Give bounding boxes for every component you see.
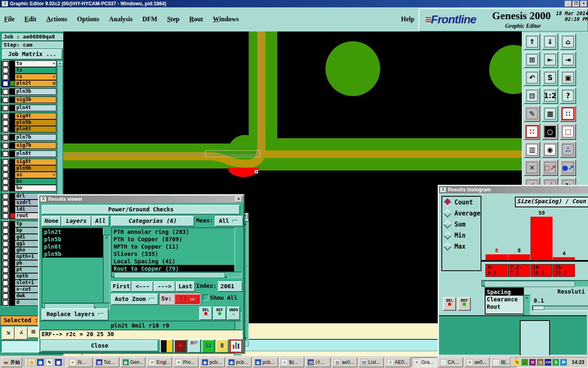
delete-result-button[interactable]: DEL xyxy=(199,307,212,320)
layer-row-pln7b[interactable]: pln7b xyxy=(1,134,56,141)
layer-row-sig7b[interactable]: sig7b xyxy=(1,142,56,149)
layer-checkbox[interactable] xyxy=(2,74,9,80)
viewer-layer-scrollbar[interactable]: ▲▼ xyxy=(103,235,110,311)
histogram-button[interactable] xyxy=(229,339,243,353)
histogram-titlebar[interactable]: X Results histogram xyxy=(439,186,588,193)
slider-thumb[interactable] xyxy=(533,306,544,310)
layer-checkbox[interactable] xyxy=(2,126,9,132)
browser-icon[interactable]: ◉ xyxy=(37,359,44,366)
viewer-category-item[interactable]: Slivers (335) xyxy=(112,250,234,258)
layer-checkbox[interactable] xyxy=(2,228,9,234)
layer-checkbox[interactable] xyxy=(2,89,9,95)
task-button[interactable]: ◉pcb... xyxy=(226,357,252,367)
results-viewer-titlebar[interactable]: X Results viewer × xyxy=(39,195,243,203)
layer-checkbox[interactable] xyxy=(2,151,9,157)
layer-checkbox[interactable] xyxy=(2,105,9,111)
layer-name[interactable]: pln3b xyxy=(15,88,56,95)
layer-checkbox[interactable] xyxy=(2,81,9,87)
close-button[interactable]: × xyxy=(580,1,587,7)
layer-name[interactable]: pln4t xyxy=(15,105,56,111)
layer-checkbox[interactable] xyxy=(2,247,9,254)
menu-help[interactable]: Help xyxy=(401,16,414,23)
task-button[interactable]: ✕Gra... xyxy=(412,357,437,367)
arrows-tray-icon[interactable]: ▲ xyxy=(521,359,528,366)
viewer-category-item[interactable]: PTH to Copper (8709) xyxy=(112,236,234,243)
layer-row-pln2t[interactable]: pln2t⊞ xyxy=(1,80,56,87)
nav-prev-button[interactable]: <--- xyxy=(131,281,154,292)
layer-name[interactable]: ss➤ xyxy=(15,172,56,178)
layer-name[interactable]: sig7b xyxy=(15,142,56,149)
select-object-button[interactable]: ○ xyxy=(542,123,558,140)
layer-checkbox[interactable] xyxy=(2,287,9,293)
layer-name[interactable]: cs➤ xyxy=(15,74,56,80)
viewer-category-item[interactable]: NPTH to Copper (11) xyxy=(112,243,234,250)
task-button[interactable]: ≡制... xyxy=(279,357,305,367)
stat-radio-sum[interactable]: Sum xyxy=(442,219,481,230)
task-button[interactable]: ✕Engi... xyxy=(147,357,172,367)
job-matrix-button[interactable]: Job Matrix ... xyxy=(2,49,62,60)
layer-checkbox[interactable] xyxy=(2,206,9,213)
task-button[interactable]: ▤List... xyxy=(359,357,384,367)
previous-view-button[interactable]: ↶ xyxy=(524,70,540,86)
layer-row-pln4t[interactable]: pln4t xyxy=(1,105,56,111)
layer-checkbox[interactable] xyxy=(2,185,9,191)
measure-type-rout[interactable]: Rout xyxy=(486,303,523,310)
layer-row-pln8t[interactable]: pln8t xyxy=(1,150,56,157)
layer-name[interactable]: sig4t xyxy=(15,113,56,119)
serpentine-route-button[interactable]: S xyxy=(542,70,558,86)
layer-row-pln3b[interactable]: pln3b xyxy=(1,88,56,95)
clear-reference-button[interactable]: REF✕ xyxy=(188,339,201,353)
layer-name[interactable]: pln6t xyxy=(15,126,56,132)
menu-windows[interactable]: Windows xyxy=(213,16,239,23)
task-button[interactable]: XAE0... xyxy=(385,357,410,367)
layer-row-sig3b[interactable]: sig3b xyxy=(1,96,56,103)
measure-distance-button[interactable]: ⇲ xyxy=(2,327,15,340)
numeric-display-button[interactable]: 12 xyxy=(202,339,215,353)
task-button[interactable]: ✕ae0... xyxy=(464,357,490,367)
clock-icon[interactable]: ◷ xyxy=(28,359,35,366)
layer-row-sig8t[interactable]: sig8t xyxy=(1,159,56,165)
viewer-category-item[interactable]: Local Spacing (41) xyxy=(112,258,234,265)
net-chain-button[interactable]: ∴ xyxy=(560,141,576,158)
layer-checkbox[interactable] xyxy=(2,221,9,227)
layer-name[interactable]: to➤ xyxy=(15,61,56,67)
menu-dfm[interactable]: DFM xyxy=(143,16,157,23)
viewer-category-item[interactable]: PTH annular ring (283) xyxy=(112,228,234,236)
grid-window-button[interactable]: ⊞ xyxy=(28,327,39,338)
resolution-slider[interactable] xyxy=(532,305,588,311)
reference-result-button[interactable]: REF xyxy=(213,307,226,320)
layer-row-pln9b[interactable]: pln9b xyxy=(1,165,56,172)
layer-name[interactable]: ts xyxy=(15,67,56,74)
task-button[interactable]: ◉pcb... xyxy=(200,357,225,367)
viewer-category-hscroll[interactable]: ◀▶ xyxy=(111,272,242,278)
index-input[interactable]: 2061 xyxy=(218,281,243,292)
measure-type-clearance[interactable]: Clearance xyxy=(486,296,523,303)
layer-checkbox[interactable] xyxy=(2,67,9,74)
layer-checkbox[interactable] xyxy=(2,213,9,219)
menu-step[interactable]: Step xyxy=(167,16,179,23)
layer-checkbox[interactable] xyxy=(2,241,9,247)
restore-button[interactable]: ❐ xyxy=(572,1,579,7)
sv-dropdown[interactable]: !! xyxy=(174,294,200,304)
layer-name[interactable]: bo xyxy=(15,185,56,191)
pen-tray-icon[interactable]: ✎ xyxy=(514,359,520,366)
menu-options[interactable]: Options xyxy=(77,16,99,23)
home-view-button[interactable]: ⌂ xyxy=(560,34,576,50)
highlight-net-a-button[interactable]: ∷ xyxy=(560,105,576,122)
layer-name[interactable]: pln2t⊞ xyxy=(15,80,56,87)
layer-name[interactable]: sig8t xyxy=(15,159,56,165)
layer-row-ss[interactable]: ss➤ xyxy=(1,172,56,178)
layer-checkbox[interactable] xyxy=(2,200,9,206)
editor-icon[interactable]: ✎ xyxy=(46,359,53,366)
menu-rout[interactable]: Rout xyxy=(189,16,203,23)
layer-name[interactable]: pln5b xyxy=(15,119,56,126)
menu-actions[interactable]: Actions xyxy=(46,16,67,23)
task-button[interactable]: ▦Tot... xyxy=(94,357,119,367)
task-button[interactable]: ★兴... xyxy=(67,357,93,367)
mark-result-button[interactable] xyxy=(174,339,187,353)
measure-ruler-button[interactable]: ▥ xyxy=(524,141,540,158)
delete-object-button[interactable]: ✕ xyxy=(524,159,540,176)
start-button[interactable]: 开始 xyxy=(1,357,22,367)
clipboard-paste-view-button[interactable]: ⇓ xyxy=(542,34,558,50)
minimize-button[interactable]: _ xyxy=(565,1,572,7)
